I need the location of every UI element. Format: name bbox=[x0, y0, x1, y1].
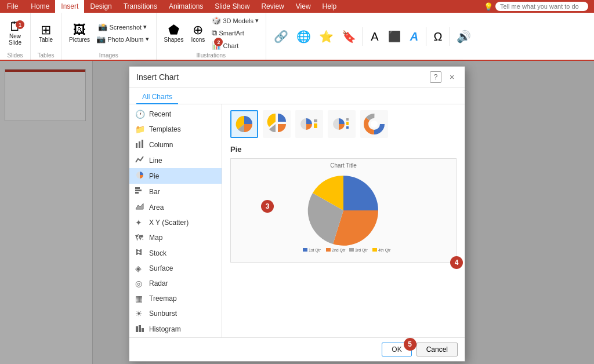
chart-type-pie[interactable]: Pie bbox=[129, 168, 222, 184]
insert-chart-modal: Insert Chart ? × All Charts 🕐 Recent bbox=[129, 66, 465, 362]
ribbon-group-slides: 🗒 NewSlide 1 Slides bbox=[0, 13, 31, 60]
shapes-icon: ⬟ bbox=[168, 24, 179, 37]
chart-type-templates[interactable]: 📁 Templates bbox=[129, 122, 222, 137]
surface-icon: ◈ bbox=[135, 264, 146, 273]
slides-label: Slides bbox=[7, 51, 23, 59]
modal-footer: 5 OK Cancel bbox=[129, 337, 465, 361]
chart-type-list: 🕐 Recent 📁 Templates Column bbox=[129, 104, 222, 337]
svg-rect-21 bbox=[346, 118, 349, 121]
badge-4: 4 bbox=[450, 256, 463, 269]
svg-rect-1 bbox=[139, 141, 140, 148]
menu-transitions[interactable]: Transitions bbox=[118, 0, 163, 13]
audio-icon: 🔊 bbox=[457, 31, 471, 42]
tab-all-charts[interactable]: All Charts bbox=[136, 90, 178, 104]
images-label: Images bbox=[99, 51, 118, 59]
chart-type-bar[interactable]: Bar bbox=[129, 184, 222, 199]
svg-text:4th Qtr: 4th Qtr bbox=[378, 248, 391, 253]
3d-icon: 🎲 bbox=[212, 16, 221, 25]
chart-type-sunburst[interactable]: ☀ Sunburst bbox=[129, 306, 222, 321]
chart-button[interactable]: 📊 Chart 2 bbox=[209, 40, 261, 51]
smartart-icon: ⧉ bbox=[212, 28, 217, 38]
omega-btn[interactable]: Ω bbox=[430, 30, 446, 43]
pictures-icon: 🖼 bbox=[73, 24, 86, 37]
file-menu[interactable]: File bbox=[0, 0, 25, 13]
pie-variant-5[interactable] bbox=[360, 110, 388, 138]
omega-icon: Ω bbox=[434, 31, 443, 42]
table-button[interactable]: ⊞ Table bbox=[35, 23, 56, 44]
badge-3: 3 bbox=[261, 200, 274, 213]
ribbon-group-illustrations: ⬟ Shapes ⊕ Icons 🎲 3D Models ▾ ⧉ SmartAr… bbox=[157, 13, 267, 60]
chart-type-surface[interactable]: ◈ Surface bbox=[129, 261, 222, 276]
cancel-button[interactable]: Cancel bbox=[416, 343, 458, 356]
badge-5: 5 bbox=[404, 338, 416, 351]
svg-rect-34 bbox=[372, 248, 377, 252]
modal-header: Insert Chart ? × bbox=[129, 67, 465, 88]
pie-variant-2[interactable] bbox=[263, 110, 291, 138]
star-icon-btn[interactable]: ⭐ bbox=[316, 30, 336, 43]
svg-rect-0 bbox=[136, 143, 137, 148]
map-icon: 🗺 bbox=[135, 233, 146, 242]
smartart-button[interactable]: ⧉ SmartArt bbox=[209, 27, 261, 39]
menu-review[interactable]: Review bbox=[255, 0, 289, 13]
chart-type-map[interactable]: 🗺 Map bbox=[129, 230, 222, 245]
menu-home[interactable]: Home bbox=[25, 0, 55, 13]
pie-variant-4[interactable] bbox=[328, 110, 356, 138]
photo-album-button[interactable]: 📷 Photo Album ▾ bbox=[94, 34, 151, 45]
new-slide-badge-container: 🗒 NewSlide 1 bbox=[5, 19, 26, 47]
wordart-icon-btn[interactable]: A bbox=[406, 30, 422, 43]
textbox-icon-btn[interactable]: ⬛ bbox=[385, 30, 404, 43]
screenshot-button[interactable]: 📸 Screenshot ▾ bbox=[96, 21, 149, 32]
pictures-button[interactable]: 🖼 Pictures bbox=[66, 23, 93, 44]
ribbon: 🗒 NewSlide 1 Slides ⊞ Table Tables 🖼 Pic… bbox=[0, 13, 594, 61]
globe-icon-btn[interactable]: 🌐 bbox=[294, 30, 314, 43]
radar-icon: ◎ bbox=[135, 279, 146, 288]
svg-point-27 bbox=[371, 121, 378, 128]
menu-view[interactable]: View bbox=[290, 0, 317, 13]
chart-type-column[interactable]: Column bbox=[129, 137, 222, 152]
menu-slideshow[interactable]: Slide Show bbox=[209, 0, 255, 13]
badge-2: 2 bbox=[214, 38, 223, 46]
text-icon-btn[interactable]: A bbox=[367, 30, 383, 43]
blue-icon-1[interactable]: 🔗 bbox=[271, 30, 291, 43]
chart-type-line[interactable]: Line bbox=[129, 152, 222, 168]
pie-variant-3[interactable] bbox=[295, 110, 323, 138]
lightbulb-icon: 💡 bbox=[484, 2, 493, 11]
icons-button[interactable]: ⊕ Icons bbox=[187, 23, 208, 44]
chart-type-recent[interactable]: 🕐 Recent bbox=[129, 107, 222, 122]
chart-type-stock[interactable]: Stock bbox=[129, 245, 222, 261]
menu-insert[interactable]: Insert bbox=[55, 0, 84, 13]
chart-type-scatter[interactable]: ✦ X Y (Scatter) bbox=[129, 215, 222, 230]
modal-close-button[interactable]: × bbox=[446, 71, 458, 83]
3d-models-button[interactable]: 🎲 3D Models ▾ bbox=[209, 15, 261, 26]
pie-icon bbox=[135, 171, 146, 181]
chart-type-histogram[interactable]: Histogram bbox=[129, 321, 222, 337]
bar-icon bbox=[135, 187, 146, 196]
svg-rect-14 bbox=[139, 325, 141, 332]
chart-type-radar[interactable]: ◎ Radar bbox=[129, 276, 222, 291]
stock-icon bbox=[135, 248, 146, 258]
table-icon: ⊞ bbox=[41, 24, 51, 37]
column-icon bbox=[135, 140, 146, 150]
svg-rect-32 bbox=[349, 248, 354, 252]
chart-type-area[interactable]: Area bbox=[129, 199, 222, 215]
separator-1 bbox=[363, 27, 363, 46]
svg-rect-30 bbox=[326, 248, 331, 252]
screenshot-icon: 📸 bbox=[98, 23, 107, 31]
treemap-icon: ▦ bbox=[135, 294, 146, 303]
modal-help-button[interactable]: ? bbox=[430, 71, 441, 83]
separator-2 bbox=[426, 27, 426, 46]
chart-type-treemap[interactable]: ▦ Treemap bbox=[129, 291, 222, 306]
text-icon: A bbox=[371, 31, 378, 42]
svg-rect-18 bbox=[314, 119, 317, 122]
menu-design[interactable]: Design bbox=[84, 0, 117, 13]
menu-animations[interactable]: Animations bbox=[163, 0, 209, 13]
audio-btn[interactable]: 🔊 bbox=[454, 30, 474, 43]
menu-help[interactable]: Help bbox=[317, 0, 343, 13]
help-search-input[interactable] bbox=[495, 2, 588, 11]
ok-badge-container: 5 OK bbox=[382, 343, 411, 356]
link-icon: 🔗 bbox=[274, 31, 288, 42]
pie-variant-1[interactable] bbox=[230, 110, 258, 138]
shapes-button[interactable]: ⬟ Shapes bbox=[161, 23, 187, 44]
bookmark-icon-btn[interactable]: 🔖 bbox=[339, 30, 359, 43]
ribbon-group-tables: ⊞ Table Tables bbox=[31, 13, 61, 60]
